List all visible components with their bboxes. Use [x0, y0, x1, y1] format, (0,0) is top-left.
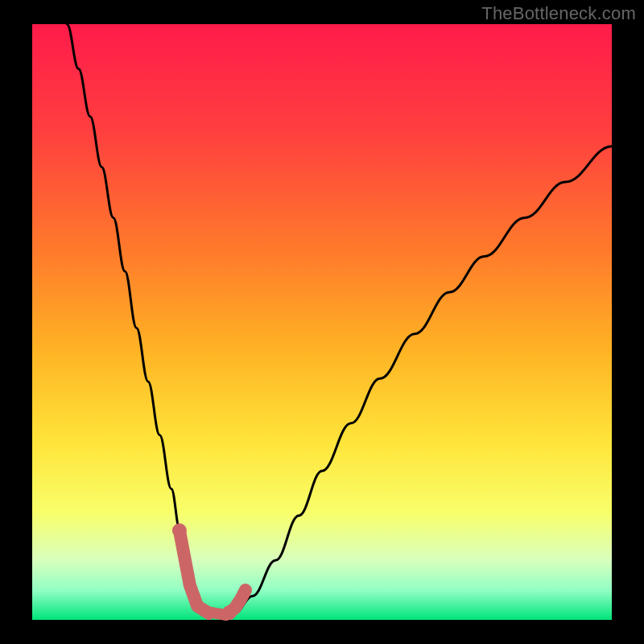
chart-container: TheBottleneck.com [0, 0, 644, 644]
chart-background [32, 24, 612, 620]
left-marker-cap [172, 523, 187, 538]
bottleneck-chart [0, 0, 644, 644]
right-marker-cap [222, 605, 237, 620]
watermark-text: TheBottleneck.com [481, 3, 636, 24]
